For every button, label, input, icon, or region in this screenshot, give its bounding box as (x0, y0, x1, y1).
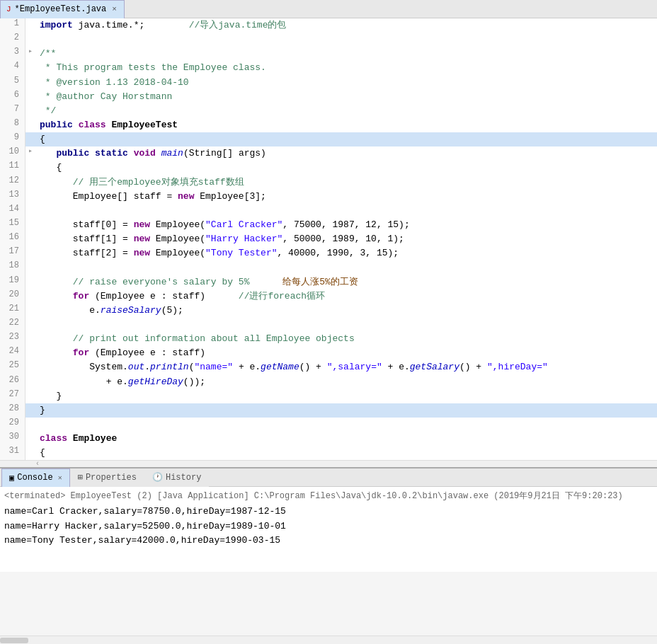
console-tab-bar: ▣ Console ✕ ⊞ Properties 🕐 History (0, 468, 657, 487)
line-number: 30 (0, 432, 25, 446)
tab-console[interactable]: ▣ Console ✕ (1, 468, 70, 487)
fold-marker (25, 289, 35, 304)
fold-marker[interactable]: ▸ (25, 146, 35, 161)
code-line: { (35, 132, 657, 146)
fold-marker (25, 403, 35, 418)
code-line: * This program tests the Employee class. (35, 61, 657, 75)
code-line: { (35, 161, 657, 175)
line-number: 28 (0, 403, 25, 418)
code-line: /** (35, 47, 657, 61)
table-row: 31 { (0, 446, 657, 460)
table-row: 10 ▸ public static void main(String[] ar… (0, 146, 657, 161)
table-row: 12 // 用三个employee对象填充staff数组 (0, 176, 657, 190)
code-line: staff[2] = new Employee("Tony Tester", 4… (35, 246, 657, 260)
line-number: 17 (0, 246, 25, 260)
properties-icon: ⊞ (78, 472, 83, 483)
table-row: 17 staff[2] = new Employee("Tony Tester"… (0, 246, 657, 260)
table-row: 20 for (Employee e : staff) //进行foreach循… (0, 289, 657, 304)
code-line: public class EmployeeTest (35, 118, 657, 132)
code-line (35, 260, 657, 275)
fold-marker (25, 260, 35, 275)
line-number: 13 (0, 190, 25, 204)
list-item: name=Carl Cracker,salary=78750.0,hireDay… (4, 505, 653, 519)
fold-marker (25, 190, 35, 204)
code-line: // 用三个employee对象填充staff数组 (35, 176, 657, 190)
code-line: public static void main(String[] args) (35, 146, 657, 161)
tab-properties[interactable]: ⊞ Properties (70, 468, 144, 487)
code-editor: 1 import java.time.*; //导入java.time的包 2 … (0, 18, 657, 468)
fold-marker (25, 18, 35, 33)
line-number: 4 (0, 61, 25, 75)
table-row: 14 (0, 204, 657, 218)
tab-label: *EmployeeTest.java (15, 4, 107, 14)
code-line: // print out information about all Emplo… (35, 332, 657, 346)
tab-close-button[interactable]: × (112, 5, 117, 13)
console-output: name=Carl Cracker,salary=78750.0,hireDay… (4, 505, 653, 547)
code-line: + e.getHireDay()); (35, 375, 657, 389)
code-line (35, 204, 657, 218)
console-body: <terminated> EmployeeTest (2) [Java Appl… (0, 487, 657, 572)
fold-marker (25, 76, 35, 90)
table-row: 4 * This program tests the Employee clas… (0, 61, 657, 75)
fold-marker (25, 375, 35, 389)
table-row: 29 (0, 418, 657, 432)
fold-marker (25, 218, 35, 232)
line-number: 9 (0, 132, 25, 146)
line-number: 20 (0, 289, 25, 304)
fold-marker (25, 161, 35, 175)
list-item: name=Harry Hacker,salary=52500.0,hireDay… (4, 519, 653, 534)
bottom-scrollbar[interactable] (0, 636, 657, 644)
fold-marker (25, 332, 35, 346)
table-row: 1 import java.time.*; //导入java.time的包 (0, 18, 657, 33)
code-line: * @author Cay Horstmann (35, 90, 657, 104)
console-close-icon[interactable]: ✕ (58, 473, 62, 482)
fold-marker (25, 33, 35, 47)
table-row: 24 for (Employee e : staff) (0, 346, 657, 360)
line-number: 12 (0, 176, 25, 190)
line-number: 26 (0, 375, 25, 389)
code-line (35, 318, 657, 332)
editor-tab-bar: J *EmployeeTest.java × (0, 0, 657, 18)
properties-tab-label: Properties (86, 473, 137, 483)
code-line: for (Employee e : staff) //进行foreach循环 (35, 289, 657, 304)
table-row: 8 public class EmployeeTest (0, 118, 657, 132)
code-line: { (35, 446, 657, 460)
fold-marker (25, 90, 35, 104)
fold-marker[interactable]: ▸ (25, 47, 35, 61)
scroll-thumb[interactable] (0, 638, 28, 643)
line-number: 21 (0, 304, 25, 318)
line-number: 23 (0, 332, 25, 346)
table-row: 5 * @version 1.13 2018-04-10 (0, 76, 657, 90)
fold-marker (25, 389, 35, 403)
code-line: class Employee (35, 432, 657, 446)
table-row: 6 * @author Cay Horstmann (0, 90, 657, 104)
table-row: 13 Employee[] staff = new Employee[3]; (0, 190, 657, 204)
code-line: e.raiseSalary(5); (35, 304, 657, 318)
line-number: 15 (0, 218, 25, 232)
code-line: * @version 1.13 2018-04-10 (35, 76, 657, 90)
code-line: staff[0] = new Employee("Carl Cracker", … (35, 218, 657, 232)
code-area: 1 import java.time.*; //导入java.time的包 2 … (0, 18, 657, 460)
fold-marker (25, 318, 35, 332)
history-tab-label: History (166, 473, 201, 483)
table-row: 7 */ (0, 104, 657, 118)
line-number: 22 (0, 318, 25, 332)
code-line: import java.time.*; //导入java.time的包 (35, 18, 657, 33)
editor-tab[interactable]: J *EmployeeTest.java × (0, 0, 125, 18)
table-row: 22 (0, 318, 657, 332)
fold-marker (25, 418, 35, 432)
line-number: 8 (0, 118, 25, 132)
table-row: 3 ▸ /** (0, 47, 657, 61)
table-row: 21 e.raiseSalary(5); (0, 304, 657, 318)
fold-marker (25, 118, 35, 132)
fold-marker (25, 232, 35, 246)
editor-scrollbar[interactable]: ‹ (0, 460, 657, 467)
tab-history[interactable]: 🕐 History (144, 468, 209, 487)
line-number: 25 (0, 360, 25, 374)
table-row: 30 class Employee (0, 432, 657, 446)
line-number: 1 (0, 18, 25, 33)
console-terminated-line: <terminated> EmployeeTest (2) [Java Appl… (4, 490, 653, 502)
table-row: 26 + e.getHireDay()); (0, 375, 657, 389)
code-line: for (Employee e : staff) (35, 346, 657, 360)
console-section: ▣ Console ✕ ⊞ Properties 🕐 History <term… (0, 468, 657, 572)
